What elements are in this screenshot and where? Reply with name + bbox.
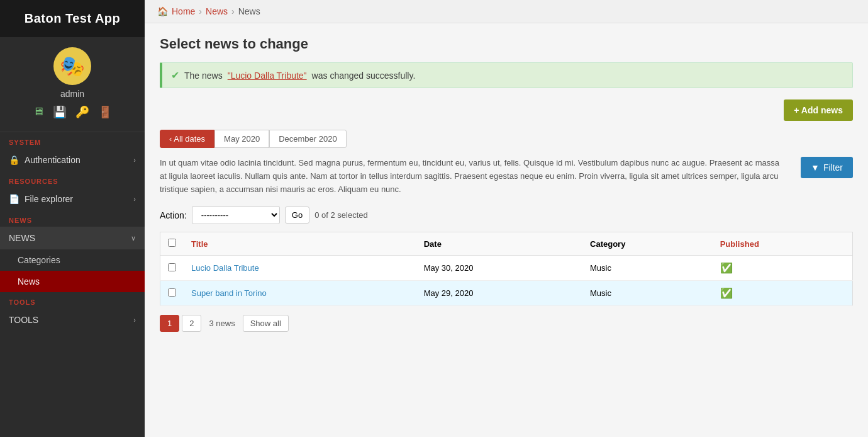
col-published[interactable]: Published bbox=[713, 232, 853, 256]
published-check-icon: ✅ bbox=[720, 263, 733, 273]
selected-count: 0 of 2 selected bbox=[314, 210, 368, 220]
section-resources: RESOURCES bbox=[0, 171, 145, 188]
table-row: Super band in Torino May 29, 2020 Music … bbox=[160, 281, 853, 306]
tools-label: TOOLS bbox=[9, 315, 38, 325]
select-all-checkbox[interactable] bbox=[168, 239, 176, 247]
page-info: 3 news bbox=[204, 319, 240, 328]
row-checkbox-cell bbox=[160, 256, 184, 281]
chevron-right-icon: › bbox=[133, 316, 136, 324]
row-category-cell: Music bbox=[582, 256, 713, 281]
page-button-1[interactable]: 1 bbox=[160, 315, 179, 332]
row-title-link[interactable]: Super band in Torino bbox=[191, 288, 267, 298]
chevron-right-icon: › bbox=[133, 156, 136, 164]
breadcrumb-news-2: News bbox=[238, 6, 260, 16]
sidebar-item-categories[interactable]: Categories bbox=[0, 249, 145, 271]
date-filters: ‹ All dates May 2020 December 2020 bbox=[160, 130, 853, 148]
lock-icon: 🔒 bbox=[9, 155, 19, 165]
show-all-button[interactable]: Show all bbox=[243, 315, 289, 332]
row-checkbox[interactable] bbox=[168, 263, 176, 271]
categories-label: Categories bbox=[18, 255, 60, 265]
row-title-link[interactable]: Lucio Dalla Tribute bbox=[191, 263, 259, 273]
breadcrumb-news-1[interactable]: News bbox=[206, 6, 228, 16]
user-section: 🎭 admin 🖥 💾 🔑 🚪 bbox=[0, 37, 145, 132]
filter-label: Filter bbox=[823, 162, 843, 173]
content-area: Select news to change ✔ The news "Lucio … bbox=[145, 23, 868, 437]
filter-section: In ut quam vitae odio lacinia tincidunt.… bbox=[160, 157, 853, 196]
col-category: Category bbox=[582, 232, 713, 256]
row-date-cell: May 30, 2020 bbox=[416, 256, 582, 281]
table-row: Lucio Dalla Tribute May 30, 2020 Music ✅ bbox=[160, 256, 853, 281]
action-row: Action: ---------- Go 0 of 2 selected bbox=[160, 206, 853, 224]
sidebar-item-label: File explorer bbox=[25, 194, 73, 204]
row-checkbox[interactable] bbox=[168, 288, 176, 297]
breadcrumb-sep-1: › bbox=[199, 6, 202, 16]
database-icon[interactable]: 💾 bbox=[53, 105, 67, 119]
filter-icon: ▼ bbox=[811, 162, 820, 173]
description-text: In ut quam vitae odio lacinia tincidunt.… bbox=[160, 157, 788, 196]
row-category-cell: Music bbox=[582, 281, 713, 306]
breadcrumb: 🏠 Home › News › News bbox=[145, 0, 868, 23]
row-published-cell: ✅ bbox=[713, 281, 853, 306]
sidebar-item-news[interactable]: News bbox=[0, 271, 145, 292]
row-title-cell: Lucio Dalla Tribute bbox=[184, 256, 416, 281]
page-title: Select news to change bbox=[160, 36, 853, 52]
col-title[interactable]: Title bbox=[184, 232, 416, 256]
main-content: 🏠 Home › News › News Select news to chan… bbox=[145, 0, 868, 437]
top-actions: + Add news bbox=[160, 99, 853, 121]
col-date: Date bbox=[416, 232, 582, 256]
news-section-label: NEWS bbox=[9, 233, 35, 243]
action-select[interactable]: ---------- bbox=[192, 206, 280, 224]
pagination: 1 2 3 news Show all bbox=[160, 315, 853, 332]
home-icon: 🏠 bbox=[157, 6, 168, 16]
news-label: News bbox=[18, 276, 40, 287]
file-icon: 📄 bbox=[9, 194, 19, 204]
chevron-down-icon: ∨ bbox=[131, 234, 136, 242]
success-check-icon: ✔ bbox=[171, 69, 179, 81]
page-button-2[interactable]: 2 bbox=[182, 315, 201, 332]
sidebar: Baton Test App 🎭 admin 🖥 💾 🔑 🚪 SYSTEM 🔒 … bbox=[0, 0, 145, 437]
row-published-cell: ✅ bbox=[713, 256, 853, 281]
user-icons: 🖥 💾 🔑 🚪 bbox=[33, 105, 112, 125]
news-table: Title Date Category Published Lucio Dall… bbox=[160, 232, 853, 306]
sidebar-item-file-explorer[interactable]: 📄 File explorer › bbox=[0, 188, 145, 210]
col-checkbox bbox=[160, 232, 184, 256]
date-filter-dec[interactable]: December 2020 bbox=[269, 130, 347, 148]
action-label: Action: bbox=[160, 210, 187, 220]
table-header-row: Title Date Category Published bbox=[160, 232, 853, 256]
table-body: Lucio Dalla Tribute May 30, 2020 Music ✅… bbox=[160, 256, 853, 306]
success-suffix: was changed successfully. bbox=[312, 71, 416, 81]
success-banner: ✔ The news "Lucio Dalla Tribute" was cha… bbox=[160, 62, 853, 88]
filter-button[interactable]: ▼ Filter bbox=[801, 157, 853, 178]
chevron-right-icon: › bbox=[133, 195, 136, 203]
logout-icon[interactable]: 🚪 bbox=[98, 105, 112, 119]
section-tools: TOOLS bbox=[0, 292, 145, 309]
avatar: 🎭 bbox=[53, 47, 91, 85]
monitor-icon[interactable]: 🖥 bbox=[33, 105, 44, 119]
add-news-button[interactable]: + Add news bbox=[784, 99, 853, 121]
key-icon[interactable]: 🔑 bbox=[75, 105, 89, 119]
breadcrumb-sep-2: › bbox=[231, 6, 235, 16]
username: admin bbox=[60, 89, 84, 99]
section-news: NEWS bbox=[0, 210, 145, 227]
date-filter-all[interactable]: ‹ All dates bbox=[160, 130, 214, 148]
row-date-cell: May 29, 2020 bbox=[416, 281, 582, 306]
sidebar-item-label: Authentication bbox=[25, 155, 81, 165]
go-button[interactable]: Go bbox=[285, 207, 309, 224]
sidebar-item-tools[interactable]: TOOLS › bbox=[0, 309, 145, 331]
row-checkbox-cell bbox=[160, 281, 184, 306]
published-check-icon: ✅ bbox=[720, 288, 733, 298]
breadcrumb-home[interactable]: Home bbox=[172, 6, 195, 16]
date-filter-may[interactable]: May 2020 bbox=[214, 130, 269, 148]
app-title: Baton Test App bbox=[0, 0, 145, 37]
success-prefix: The news bbox=[184, 71, 223, 81]
sidebar-item-news-parent[interactable]: NEWS ∨ bbox=[0, 227, 145, 249]
section-system: SYSTEM bbox=[0, 132, 145, 149]
sidebar-item-authentication[interactable]: 🔒 Authentication › bbox=[0, 149, 145, 171]
success-link[interactable]: "Lucio Dalla Tribute" bbox=[228, 71, 307, 81]
row-title-cell: Super band in Torino bbox=[184, 281, 416, 306]
table-header: Title Date Category Published bbox=[160, 232, 853, 256]
